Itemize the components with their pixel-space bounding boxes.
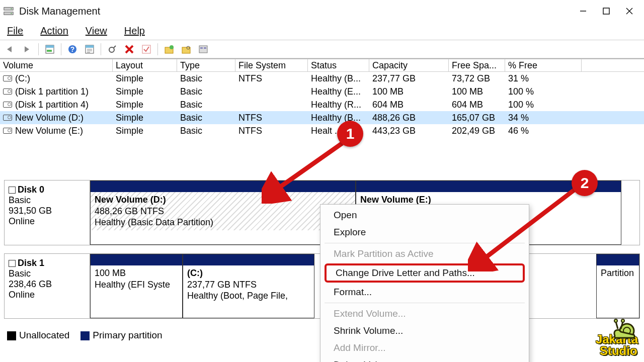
drive-icon: [3, 75, 12, 81]
refresh-button[interactable]: [105, 42, 119, 56]
volume-row[interactable]: New Volume (E:)SimpleBasicNTFSHealt ..44…: [0, 124, 644, 137]
volume-row[interactable]: (Disk 1 partition 4)SimpleBasicHealthy (…: [0, 98, 644, 111]
col-filesystem[interactable]: File System: [235, 59, 308, 72]
window-title: Disk Management: [19, 6, 572, 17]
partition[interactable]: 100 MBHealthy (EFI Syste: [90, 254, 183, 318]
svg-line-25: [274, 143, 342, 191]
svg-rect-22: [199, 46, 207, 53]
check-button[interactable]: [139, 42, 153, 56]
legend-unallocated: Unallocated: [19, 330, 69, 340]
close-button[interactable]: [618, 3, 641, 19]
drive-icon: [3, 115, 12, 121]
svg-rect-24: [204, 47, 206, 49]
volume-list-header[interactable]: Volume Layout Type File System Status Ca…: [0, 59, 644, 72]
show-hide-tree-button[interactable]: [43, 42, 57, 56]
partition[interactable]: (C:)237,77 GB NTFSHealthy (Boot, Page Fi…: [183, 254, 314, 318]
annotation-arrow-2: [468, 186, 584, 272]
volume-row[interactable]: New Volume (D:)SimpleBasicNTFSHealthy (B…: [0, 111, 644, 124]
drive-icon: [3, 102, 12, 108]
svg-line-26: [480, 189, 576, 261]
volume-row[interactable]: (C:)SimpleBasicNTFSHealthy (B...237,77 G…: [0, 72, 644, 85]
annotation-badge-2: 2: [572, 170, 598, 196]
properties-button[interactable]: [83, 42, 97, 56]
menu-file[interactable]: File: [5, 24, 25, 38]
svg-point-15: [109, 47, 114, 52]
maximize-button[interactable]: [595, 3, 618, 19]
svg-rect-14: [86, 45, 94, 48]
titlebar: Disk Management: [0, 0, 644, 22]
svg-point-30: [614, 319, 617, 322]
svg-rect-10: [47, 50, 52, 52]
svg-rect-17: [142, 45, 150, 53]
ctx-shrink[interactable]: Shrink Volume...: [320, 322, 529, 339]
svg-point-3: [11, 13, 12, 14]
back-button[interactable]: [3, 42, 17, 56]
ctx-format[interactable]: Format...: [320, 284, 529, 301]
delete-button[interactable]: [122, 42, 136, 56]
col-volume[interactable]: Volume: [0, 59, 113, 72]
svg-text:?: ?: [70, 45, 75, 53]
col-layout[interactable]: Layout: [113, 59, 177, 72]
toolbar: ?: [0, 40, 644, 58]
svg-point-2: [11, 8, 12, 9]
col-capacity[interactable]: Capacity: [369, 59, 449, 72]
svg-point-19: [170, 45, 174, 49]
col-freespace[interactable]: Free Spa...: [449, 59, 505, 72]
minimize-button[interactable]: [572, 3, 595, 19]
menu-help[interactable]: Help: [122, 24, 147, 38]
legend-primary: Primary partition: [93, 330, 162, 340]
svg-rect-5: [603, 8, 609, 14]
watermark-snail-icon: [610, 316, 638, 339]
drive-icon: [3, 88, 12, 95]
menu-view[interactable]: View: [84, 24, 109, 38]
svg-point-32: [621, 319, 624, 322]
col-pctfree[interactable]: % Free: [505, 59, 582, 72]
col-status[interactable]: Status: [308, 59, 369, 72]
svg-rect-20: [182, 47, 190, 53]
volume-list: Volume Layout Type File System Status Ca…: [0, 58, 644, 137]
settings-button[interactable]: [196, 42, 210, 56]
annotation-badge-1: 1: [337, 121, 363, 147]
col-type[interactable]: Type: [177, 59, 235, 72]
ctx-delete[interactable]: Delete Volume...: [320, 356, 529, 362]
ctx-add-mirror: Add Mirror...: [320, 339, 529, 356]
partition[interactable]: Partition: [596, 254, 639, 318]
svg-line-16: [114, 46, 116, 48]
volume-row[interactable]: (Disk 1 partition 1)SimpleBasicHealthy (…: [0, 85, 644, 98]
svg-rect-23: [200, 47, 203, 49]
legend-primary-swatch: [80, 331, 90, 340]
drive-icon: [3, 128, 12, 134]
forward-button[interactable]: [20, 42, 34, 56]
help-button[interactable]: ?: [65, 42, 79, 56]
legend-unallocated-swatch: [7, 331, 16, 340]
svg-line-29: [616, 322, 618, 329]
legend: Unallocated Primary partition: [7, 330, 163, 341]
svg-rect-9: [46, 45, 54, 48]
annotation-arrow-1: [262, 138, 352, 204]
app-icon: [3, 6, 14, 17]
ctx-extend: Extend Volume...: [320, 305, 529, 322]
menu-action[interactable]: Action: [38, 24, 70, 38]
search-folder-button[interactable]: [179, 42, 193, 56]
menubar: File Action View Help: [0, 22, 644, 40]
new-folder-button[interactable]: [162, 42, 176, 56]
